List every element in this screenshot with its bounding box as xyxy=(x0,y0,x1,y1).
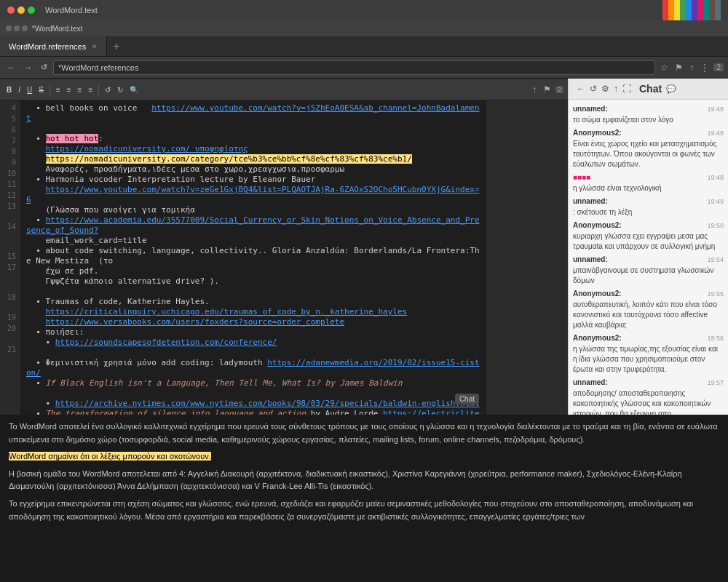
line-num-29 xyxy=(1,365,19,374)
close-dot[interactable] xyxy=(7,7,15,14)
minimize-dot[interactable] xyxy=(17,7,25,14)
strikethrough-button[interactable]: S xyxy=(36,85,46,95)
tab-references[interactable]: WordMord.references ✕ xyxy=(0,36,107,56)
msg6-username: unnamed: xyxy=(573,255,608,265)
edit-share-icon[interactable]: ↑ xyxy=(530,83,539,96)
editor-toolbar: B I U S ≡ ≡ ≡ ≡ ↺ ↻ 🔍 ↑ ⚑ 2 xyxy=(0,79,568,100)
editor-line-5: https://nomadicuniversity.com/category/t… xyxy=(26,154,480,164)
msg5-time: 19:50 xyxy=(707,221,724,231)
chat-settings-icon[interactable]: ⚙ xyxy=(601,83,610,95)
link-traumas[interactable]: https://criticalinquiry.uchicago.edu/tra… xyxy=(46,307,408,316)
line-num-20 xyxy=(1,274,19,282)
edit-pin-icon[interactable]: ⚑ xyxy=(541,83,553,96)
share-icon[interactable]: ↑ xyxy=(687,61,696,74)
line-num-32 xyxy=(1,394,19,402)
msg1-text: το σώμα εμφανίζεται στον λόγο xyxy=(573,115,724,125)
refresh-button[interactable]: ↺ xyxy=(38,61,50,73)
italic-lorde: The transformation of silence into langu… xyxy=(46,409,306,415)
chat-expand-icon[interactable]: ⛶ xyxy=(622,83,632,95)
editor-line-26: • The transformation of silence into lan… xyxy=(26,409,480,415)
chat-message-3: ■■■■ 19:48 η γλώσσα είναι τεχνολογική xyxy=(573,172,724,194)
list-button-3[interactable]: ≡ xyxy=(76,85,84,95)
new-tab-button[interactable]: + xyxy=(107,36,125,56)
redo-button[interactable]: ↻ xyxy=(115,85,125,95)
msg4-text: : σκέτουσε τη λέξη xyxy=(573,207,724,218)
italic-button[interactable]: I xyxy=(16,85,23,95)
bottom-para-1: Το WordMord αποτελεί ένα συλλογικό καλλι… xyxy=(9,420,719,446)
line-num-27: 21 xyxy=(1,345,19,355)
tab-label: WordMord.references xyxy=(9,42,86,51)
bottom-para-2: WordMord σημαίνει ότι οι λέξεις μπορούν … xyxy=(9,450,719,463)
editor-line-15 xyxy=(26,287,480,297)
menu-icon[interactable]: ⋮ xyxy=(698,61,711,74)
msg5-header: Anonymous2: 19:50 xyxy=(573,220,724,231)
second-dot-1[interactable] xyxy=(6,25,12,31)
maximize-dot[interactable] xyxy=(28,7,35,14)
chat-back-icon[interactable]: ← xyxy=(576,83,586,95)
highlight-hot: hot hot hot xyxy=(46,134,99,143)
undo-button[interactable]: ↺ xyxy=(103,85,113,95)
bottom-para-1-text: Το WordMord αποτελεί ένα συλλογικό καλλι… xyxy=(9,422,718,444)
link-versabooks[interactable]: https://www.versabooks.com/users/foxders… xyxy=(46,317,345,327)
search-button[interactable]: 🔍 xyxy=(127,85,141,95)
second-dot-3[interactable] xyxy=(22,25,28,31)
msg3-text: η γλώσσα είναι τεχνολογική xyxy=(573,183,724,194)
link-yt-2[interactable]: https://www.youtube.com/watch?v=zeGe1Gxj… xyxy=(26,185,480,204)
link-soundscapes[interactable]: https://soundscapesofdetention.com/confe… xyxy=(55,338,277,347)
line-num-24: 19 xyxy=(1,313,19,323)
msg4-time: 19:49 xyxy=(707,197,724,207)
msg9-header: unnamed: 19:57 xyxy=(573,378,724,388)
list-button-4[interactable]: ≡ xyxy=(86,85,95,95)
bold-button[interactable]: B xyxy=(4,85,14,95)
line-num-4: 4 xyxy=(1,103,19,113)
bottom-para-4: Το εγχείρημα επικεντρώνεται στη σχέση σώ… xyxy=(9,498,719,523)
msg7-time: 19:55 xyxy=(707,290,724,299)
line-num-11: 11 xyxy=(1,180,19,190)
link-1[interactable]: https://www.youtube.com/watch?v=j5ZhEoA0… xyxy=(26,103,480,123)
link-academia[interactable]: https://www.academia.edu/35577009/Social… xyxy=(26,215,480,235)
chat-messages-container[interactable]: unnamed: 19:48 το σώμα εμφανίζεται στον … xyxy=(569,100,728,415)
window-controls xyxy=(7,7,35,14)
link-adanewmedia[interactable]: https://adanewmedia.org/2019/02/issue15-… xyxy=(26,358,480,378)
star-icon[interactable]: ⚑ xyxy=(673,61,685,74)
chat-message-7: Anonymous2: 19:55 αυτοθεραπευτική, λοιπό… xyxy=(573,289,724,330)
tab-bar: WordMord.references ✕ + xyxy=(0,36,728,57)
link-nytimes[interactable]: https://archive.nytimes.com/www.nytimes.… xyxy=(55,399,480,408)
chat-message-4: unnamed: 19:49 : σκέτουσε τη λέξη xyxy=(573,196,724,218)
bookmark-icon[interactable]: ☆ xyxy=(658,61,670,74)
chat-header-icons: ← ↺ ⚙ ↑ ⛶ xyxy=(576,83,632,95)
line-num-16 xyxy=(1,233,19,242)
link-nomadic-1[interactable]: https://nomadicuniversity.com/ υποψηφίοτ… xyxy=(46,144,248,154)
url-input[interactable] xyxy=(53,60,655,75)
line-num-15: 14 xyxy=(1,222,19,232)
list-button-2[interactable]: ≡ xyxy=(65,85,74,95)
chat-panel: ← ↺ ⚙ ↑ ⛶ Chat 💬 unnamed: 19:48 το σ xyxy=(568,79,728,415)
chat-toggle-button[interactable]: Chat xyxy=(455,394,479,404)
msg8-header: Anonymous2: 19:56 xyxy=(573,333,724,343)
msg3-username: ■■■■ xyxy=(573,172,590,183)
forward-button[interactable]: → xyxy=(21,62,35,73)
msg2-time: 19:48 xyxy=(707,129,724,138)
msg2-header: Anonymous2: 19:48 xyxy=(573,128,724,138)
msg5-text: κυριαρχη γλώσσα εχει εγγραψει μεσα μας τ… xyxy=(573,231,724,252)
tab-close-icon[interactable]: ✕ xyxy=(92,43,98,50)
msg1-username: unnamed: xyxy=(573,104,608,114)
editor-line-13: έχω σε pdf. xyxy=(26,266,480,276)
editor-line-16: • Traumas of code, Katherine Hayles. xyxy=(26,297,480,307)
bottom-text-area: Το WordMord αποτελεί ένα συλλογικό καλλι… xyxy=(0,415,728,582)
chat-refresh-icon[interactable]: ↺ xyxy=(589,83,598,95)
list-button-1[interactable]: ≡ xyxy=(54,85,63,95)
editor-content-area[interactable]: • bell books on voice https://www.youtub… xyxy=(20,100,486,415)
msg9-text: αποδομησης/ αποσταθεροποιησης κακοποιητι… xyxy=(573,388,724,415)
line-num-14 xyxy=(1,212,19,221)
chat-share-icon[interactable]: ↑ xyxy=(613,83,619,95)
line-num-25: 20 xyxy=(1,324,19,334)
second-dot-2[interactable] xyxy=(14,25,20,31)
msg7-header: Anonymous2: 19:55 xyxy=(573,289,724,299)
line-num-8: 8 xyxy=(1,147,19,157)
back-button[interactable]: ← xyxy=(4,62,18,73)
underline-button[interactable]: U xyxy=(25,85,34,95)
msg8-text: η γλώσσα της τιμωρίας,της εξουσίας είναι… xyxy=(573,344,724,375)
line-num-28 xyxy=(1,356,19,364)
count-badge: 2 xyxy=(713,63,724,71)
